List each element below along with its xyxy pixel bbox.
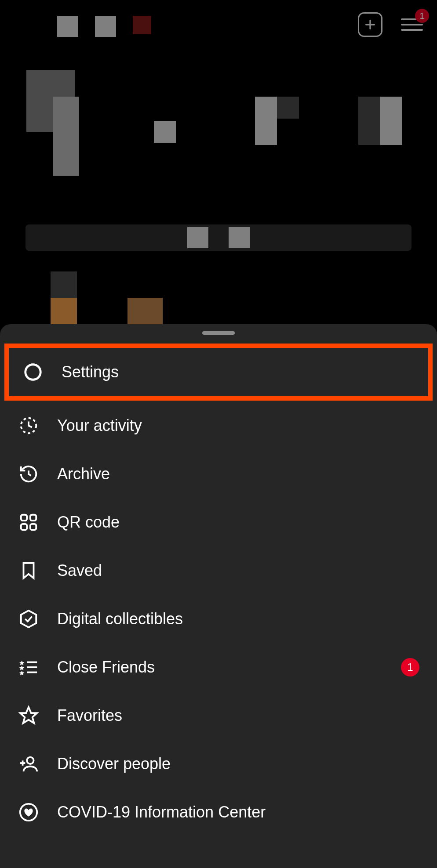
menu-item-qr-code[interactable]: QR code [0, 498, 437, 546]
menu-item-archive[interactable]: Archive [0, 450, 437, 498]
menu-item-digital-collectibles[interactable]: Digital collectibles [0, 595, 437, 643]
hamburger-line [401, 29, 423, 31]
menu-item-saved[interactable]: Saved [0, 546, 437, 595]
heart-circle-icon [18, 801, 40, 823]
menu-bottom-sheet: Settings Your activity Archive QR code S… [0, 324, 437, 868]
notification-badge: 1 [415, 9, 429, 23]
star-list-icon [18, 656, 40, 678]
gear-icon [22, 361, 44, 383]
svg-rect-8 [30, 524, 36, 530]
pixel-block [154, 121, 176, 143]
hamburger-line [401, 24, 423, 25]
qr-code-icon [18, 511, 40, 533]
pixel-block [133, 16, 151, 34]
svg-rect-7 [21, 524, 27, 530]
plus-icon [363, 18, 377, 32]
menu-item-close-friends[interactable]: Close Friends 1 [0, 643, 437, 691]
bookmark-icon [18, 560, 40, 582]
menu-label: Archive [57, 465, 419, 483]
hexagon-check-icon [18, 608, 40, 630]
pixel-block [51, 298, 77, 324]
menu-label: Your activity [57, 416, 419, 435]
menu-item-covid-info[interactable]: COVID-19 Information Center [0, 788, 437, 836]
menu-label: Close Friends [57, 658, 383, 676]
svg-rect-6 [30, 515, 36, 521]
pixel-block [51, 271, 77, 298]
pixelated-edit-profile-bar [25, 224, 412, 251]
menu-item-discover-people[interactable]: Discover people [0, 740, 437, 788]
drag-handle[interactable] [202, 331, 235, 335]
highlighted-item-box: Settings [4, 344, 433, 401]
close-friends-badge: 1 [401, 658, 419, 676]
pixel-block [358, 119, 380, 145]
menu-label: QR code [57, 513, 419, 532]
menu-label: Saved [57, 561, 419, 580]
svg-marker-16 [20, 707, 37, 723]
pixel-block [57, 16, 78, 37]
svg-point-3 [29, 368, 36, 376]
svg-marker-14 [19, 671, 25, 676]
svg-marker-9 [21, 611, 36, 627]
profile-header: 1 [0, 0, 437, 49]
menu-label: Favorites [57, 706, 419, 725]
pixel-block [53, 97, 79, 176]
svg-marker-10 [19, 661, 25, 665]
pixel-block [95, 16, 116, 37]
pixel-block [187, 227, 208, 248]
pixel-block [380, 97, 402, 145]
svg-point-17 [27, 757, 33, 764]
svg-marker-12 [19, 665, 25, 670]
pixel-block [255, 97, 277, 145]
hamburger-menu-button[interactable]: 1 [401, 15, 423, 34]
pixel-block [229, 227, 250, 248]
menu-label: Discover people [57, 755, 419, 773]
create-post-button[interactable] [358, 12, 382, 37]
menu-item-favorites[interactable]: Favorites [0, 691, 437, 740]
star-icon [18, 705, 40, 727]
activity-icon [18, 415, 40, 437]
menu-item-settings[interactable]: Settings [9, 348, 428, 396]
archive-icon [18, 463, 40, 485]
svg-rect-5 [21, 515, 27, 521]
menu-label: Settings [62, 363, 415, 381]
menu-label: Digital collectibles [57, 610, 419, 628]
add-person-icon [18, 753, 40, 775]
menu-item-your-activity[interactable]: Your activity [0, 401, 437, 450]
menu-label: COVID-19 Information Center [57, 803, 419, 821]
pixel-block [358, 97, 380, 119]
pixelated-username-area [57, 16, 151, 37]
pixel-block [127, 298, 163, 324]
pixel-block [277, 97, 299, 119]
